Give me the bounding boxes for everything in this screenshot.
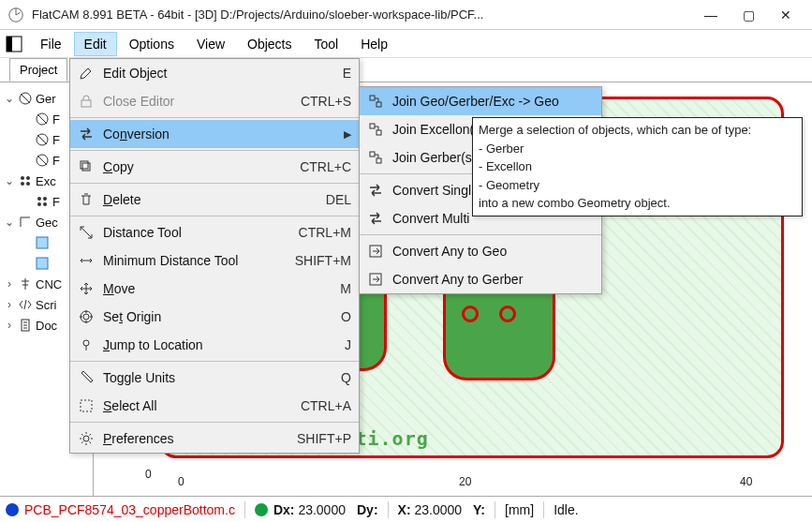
svg-point-10 bbox=[26, 182, 30, 186]
doc-icon bbox=[18, 318, 33, 333]
status-dot-blue bbox=[6, 503, 19, 516]
svg-rect-2 bbox=[7, 37, 12, 52]
menu-item-toggle-units[interactable]: Toggle Units Q bbox=[70, 364, 359, 392]
menu-bar: File Edit Options View Objects Tool Help bbox=[0, 30, 812, 58]
svg-rect-26 bbox=[370, 96, 375, 100]
status-state: Idle. bbox=[554, 502, 578, 517]
svg-rect-29 bbox=[376, 130, 381, 135]
submenu-item-convert-any-to-geo[interactable]: Convert Any to Geo bbox=[360, 237, 601, 265]
menu-options[interactable]: Options bbox=[119, 32, 185, 56]
svg-point-11 bbox=[37, 197, 41, 201]
menu-help[interactable]: Help bbox=[350, 32, 398, 56]
svg-point-21 bbox=[83, 314, 89, 320]
svg-point-8 bbox=[26, 176, 30, 180]
menu-file[interactable]: File bbox=[30, 32, 72, 56]
edit-dropdown: Edit Object E Close Editor CTRL+S Conver… bbox=[69, 58, 360, 454]
tooltip: Merge a selection of objects, which can … bbox=[472, 117, 803, 216]
minimize-button[interactable]: — bbox=[692, 1, 730, 29]
pencil-icon bbox=[78, 65, 95, 82]
status-dot-green bbox=[255, 503, 268, 516]
x-tick-2: 40 bbox=[740, 475, 752, 488]
gerber-icon bbox=[35, 112, 50, 127]
menu-item-jump-to-location[interactable]: Jump to Location J bbox=[70, 331, 359, 359]
menu-view[interactable]: View bbox=[186, 32, 235, 56]
cnc-icon bbox=[18, 276, 33, 291]
join-icon bbox=[367, 149, 384, 166]
dist2-icon bbox=[78, 252, 95, 269]
menu-item-select-all[interactable]: Select All CTRL+A bbox=[70, 392, 359, 420]
menu-item-delete[interactable]: Delete DEL bbox=[70, 186, 359, 214]
svg-point-25 bbox=[83, 436, 89, 441]
menu-item-conversion[interactable]: Conversion ▶ bbox=[70, 120, 359, 148]
menu-item-close-editor: Close Editor CTRL+S bbox=[70, 87, 359, 115]
gerber-icon bbox=[18, 91, 33, 106]
menu-tool[interactable]: Tool bbox=[304, 32, 349, 56]
swap-icon bbox=[367, 182, 384, 199]
gear-icon bbox=[78, 430, 95, 447]
submenu-item-convert-any-to-gerber[interactable]: Convert Any to Gerber bbox=[360, 265, 601, 293]
svg-point-9 bbox=[21, 182, 24, 186]
menu-item-distance-tool[interactable]: Distance Tool CTRL+M bbox=[70, 218, 359, 246]
tooltip-line: - Gerber bbox=[479, 140, 796, 158]
menu-edit[interactable]: Edit bbox=[74, 32, 117, 56]
geometry-sel-icon bbox=[35, 235, 50, 250]
app-mini-icon bbox=[6, 36, 22, 52]
conv-icon bbox=[367, 271, 384, 288]
status-filename: PCB_PCF8574_03_copperBottom.c bbox=[24, 502, 235, 517]
close-button[interactable]: ✕ bbox=[767, 1, 805, 29]
conv-icon bbox=[367, 243, 384, 260]
select-icon bbox=[78, 397, 95, 414]
maximize-button[interactable]: ▢ bbox=[730, 1, 767, 29]
title-bar: FlatCAM 8.991 BETA - 64bit - [3D] D:/Pro… bbox=[0, 0, 812, 30]
status-bar: PCB_PCF8574_03_copperBottom.c Dx: 23.000… bbox=[0, 496, 812, 522]
join-icon bbox=[367, 93, 384, 110]
geometry-sel-icon bbox=[35, 256, 50, 271]
svg-point-23 bbox=[83, 340, 89, 346]
excellon-icon bbox=[35, 194, 50, 209]
tooltip-line: into a new combo Geometry object. bbox=[479, 194, 796, 213]
submenu-item-join-geo-gerber-exc-geo[interactable]: Join Geo/Gerber/Exc -> Geo bbox=[360, 87, 601, 115]
menu-item-copy[interactable]: Copy CTRL+C bbox=[70, 153, 359, 181]
move-icon bbox=[78, 280, 95, 297]
svg-rect-24 bbox=[81, 400, 92, 411]
join-icon bbox=[367, 121, 384, 138]
tooltip-line: - Geometry bbox=[479, 176, 796, 195]
project-tab[interactable]: Project bbox=[9, 58, 67, 82]
excellon-icon bbox=[18, 173, 33, 188]
script-icon bbox=[18, 297, 33, 312]
x-tick-0: 0 bbox=[178, 475, 185, 488]
menu-item-preferences[interactable]: Preferences SHIFT+P bbox=[70, 425, 359, 453]
app-icon bbox=[7, 7, 24, 23]
svg-rect-28 bbox=[370, 124, 375, 128]
y-tick: 0 bbox=[145, 468, 152, 481]
tooltip-line: - Excellon bbox=[479, 157, 796, 176]
menu-item-edit-object[interactable]: Edit Object E bbox=[70, 59, 359, 87]
window-title: FlatCAM 8.991 BETA - 64bit - [3D] D:/Pro… bbox=[32, 7, 692, 22]
tooltip-line: Merge a selection of objects, which can … bbox=[479, 121, 796, 140]
svg-rect-18 bbox=[81, 100, 91, 107]
menu-item-move[interactable]: Move M bbox=[70, 275, 359, 303]
menu-objects[interactable]: Objects bbox=[237, 32, 302, 56]
jump-icon bbox=[78, 336, 95, 353]
ruler-icon bbox=[78, 369, 95, 386]
menu-item-minimum-distance-tool[interactable]: Minimum Distance Tool SHIFT+M bbox=[70, 246, 359, 275]
trash-icon bbox=[78, 191, 95, 208]
lock-icon bbox=[78, 93, 95, 110]
svg-rect-27 bbox=[376, 102, 381, 107]
svg-rect-31 bbox=[376, 158, 381, 163]
gerber-icon bbox=[35, 132, 50, 147]
dist-icon bbox=[78, 224, 95, 241]
menu-item-set-origin[interactable]: Set Origin O bbox=[70, 303, 359, 331]
svg-point-7 bbox=[21, 176, 24, 180]
status-units: [mm] bbox=[505, 502, 534, 517]
swap-icon bbox=[78, 126, 95, 142]
gerber-icon bbox=[35, 153, 50, 168]
svg-rect-15 bbox=[37, 237, 48, 248]
svg-point-14 bbox=[43, 202, 47, 206]
svg-rect-20 bbox=[81, 161, 88, 169]
svg-rect-19 bbox=[82, 163, 90, 171]
svg-point-12 bbox=[43, 197, 47, 201]
x-tick-1: 20 bbox=[459, 475, 471, 488]
svg-rect-30 bbox=[370, 152, 375, 157]
swap-icon bbox=[367, 210, 384, 227]
